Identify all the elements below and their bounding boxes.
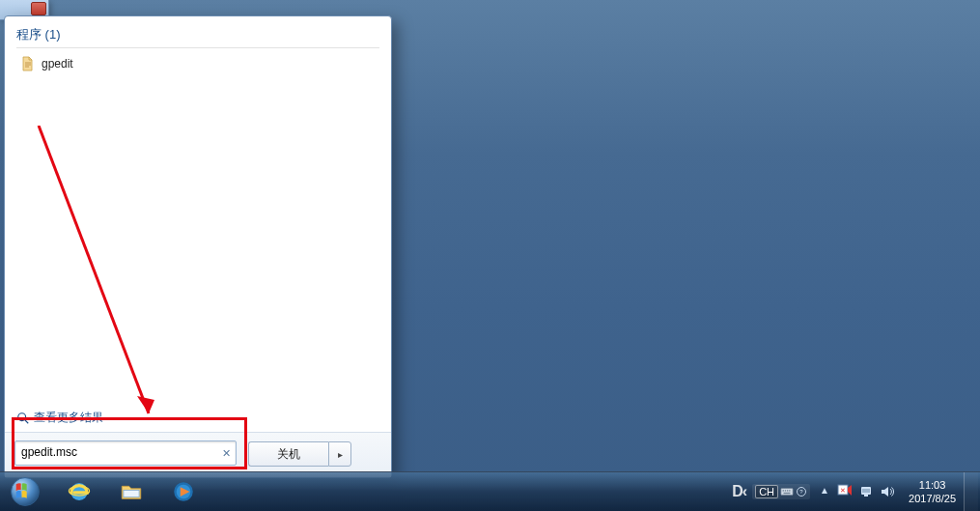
see-more-results[interactable]: 查看更多结果	[16, 410, 103, 426]
svg-rect-13	[785, 490, 786, 491]
svg-rect-15	[789, 490, 790, 491]
taskbar: D‹ CH ? ▲ ✕	[0, 471, 980, 511]
folder-icon	[119, 479, 144, 504]
svg-rect-14	[787, 490, 788, 491]
start-menu: 程序 (1) gpedit 查看更多结果 ✕ 关机	[4, 15, 392, 478]
network-icon[interactable]	[858, 484, 874, 499]
oem-brand-mark: D‹	[732, 483, 746, 500]
desktop: 程序 (1) gpedit 查看更多结果 ✕ 关机	[0, 0, 980, 511]
search-input[interactable]	[15, 441, 220, 463]
tray-overflow-button[interactable]: ▲	[818, 485, 831, 498]
taskbar-pinned-apps	[54, 474, 209, 509]
search-icon	[16, 412, 30, 425]
svg-point-0	[18, 412, 26, 420]
taskbar-media-player[interactable]	[158, 474, 209, 509]
see-more-results-label: 查看更多结果	[34, 410, 103, 426]
start-menu-results-pane: 程序 (1) gpedit 查看更多结果	[5, 16, 391, 432]
media-player-icon	[171, 479, 196, 504]
keyboard-icon	[780, 485, 794, 498]
clear-search-button[interactable]: ✕	[219, 446, 233, 460]
svg-marker-20	[848, 485, 852, 496]
svg-line-1	[25, 419, 29, 423]
taskbar-explorer[interactable]	[106, 474, 156, 509]
close-icon	[31, 2, 46, 15]
svg-rect-7	[124, 490, 139, 497]
internet-explorer-icon	[67, 479, 92, 504]
ime-language-indicator[interactable]: CH ?	[752, 484, 810, 499]
taskbar-clock[interactable]: 11:03 2017/8/25	[903, 476, 962, 507]
shutdown-options-button[interactable]: ▸	[328, 441, 351, 467]
svg-rect-11	[781, 489, 793, 496]
clock-date: 2017/8/25	[909, 492, 956, 505]
start-button[interactable]	[4, 472, 46, 511]
svg-rect-12	[783, 490, 784, 491]
document-icon	[20, 56, 36, 71]
clock-time: 11:03	[909, 478, 956, 492]
shutdown-split-button: 关机 ▸	[248, 441, 351, 465]
divider	[16, 47, 379, 48]
svg-text:?: ?	[799, 489, 803, 495]
search-input-wrap: ✕	[14, 440, 237, 466]
taskbar-right: D‹ CH ? ▲ ✕	[732, 472, 980, 511]
windows-logo-icon	[9, 475, 42, 508]
shutdown-button[interactable]: 关机	[248, 441, 328, 467]
volume-icon[interactable]	[880, 484, 895, 499]
svg-rect-23	[864, 495, 868, 497]
svg-marker-24	[882, 487, 888, 497]
action-center-icon[interactable]: ✕	[837, 484, 853, 499]
shutdown-button-label: 关机	[277, 446, 300, 463]
search-result-label: gpedit	[42, 57, 73, 71]
taskbar-left	[0, 472, 209, 511]
show-desktop-button[interactable]	[964, 472, 978, 511]
svg-text:✕: ✕	[840, 487, 846, 494]
svg-rect-22	[861, 487, 871, 495]
system-tray: ▲ ✕	[812, 484, 901, 499]
svg-rect-16	[784, 493, 791, 494]
taskbar-ie[interactable]	[54, 474, 104, 509]
search-result-gpedit[interactable]: gpedit	[16, 54, 379, 73]
results-section-header: 程序 (1)	[16, 26, 379, 43]
start-menu-footer: ✕ 关机 ▸	[5, 432, 391, 477]
help-icon: ?	[796, 486, 807, 497]
ime-language-label: CH	[755, 485, 778, 498]
